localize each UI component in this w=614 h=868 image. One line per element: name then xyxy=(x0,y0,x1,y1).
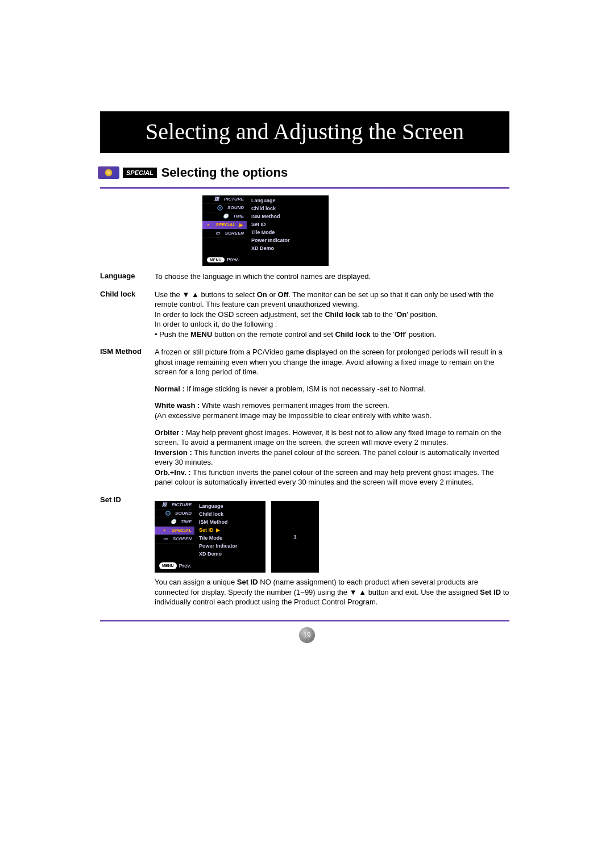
label-set-id: Set ID xyxy=(100,495,155,504)
down-arrow-icon: ▼ xyxy=(350,588,357,596)
text-set-id: 🖼PICTURE SOUND 🕑TIME ⭑SPECIAL ▭SCREEN La… xyxy=(155,495,509,607)
text-ism-method: A frozen or still picture from a PC/Vide… xyxy=(155,347,509,487)
osd-item: Language xyxy=(251,197,329,205)
osd-item: Power Indicator xyxy=(251,236,329,244)
up-arrow-icon: ▲ xyxy=(359,588,366,596)
special-icon: ⭑ xyxy=(203,222,213,228)
text-child-lock: Use the ▼ ▲ buttons to select On or Off.… xyxy=(155,290,509,340)
osd-item: Tile Mode xyxy=(251,228,329,236)
osd-item: ISM Method xyxy=(251,212,329,220)
time-icon: 🕑 xyxy=(221,213,231,220)
banner-title: Selecting and Adjusting the Screen xyxy=(100,111,509,153)
special-tag-label: SPECIAL xyxy=(123,168,157,178)
label-language: Language xyxy=(100,272,155,280)
osd-menu-screenshot-1: 🖼PICTURE SOUND 🕑TIME ⭑SPECIAL▶ ▭SCREEN L… xyxy=(202,195,329,266)
osd-set-id-value-box: 1 xyxy=(271,501,319,573)
picture-icon: 🖼 xyxy=(211,196,222,203)
svg-point-1 xyxy=(219,207,221,208)
menu-pill: MENU xyxy=(207,257,225,262)
time-icon: 🕑 xyxy=(168,519,179,525)
divider xyxy=(100,620,509,621)
osd-item: Set ID xyxy=(251,220,329,228)
screen-icon: ▭ xyxy=(213,230,223,237)
divider xyxy=(100,187,509,189)
label-ism-method: ISM Method xyxy=(100,347,155,356)
chevron-right-icon: ▶ xyxy=(215,527,221,533)
chevron-right-icon: ▶ xyxy=(238,221,244,229)
special-icon: ⭑ xyxy=(159,527,169,534)
osd-menu-screenshot-2: 🖼PICTURE SOUND 🕑TIME ⭑SPECIAL ▭SCREEN La… xyxy=(155,501,265,573)
osd-item: Child lock xyxy=(251,205,329,212)
sound-icon xyxy=(163,510,173,517)
down-arrow-icon: ▼ xyxy=(182,290,189,299)
page-number-badge: 19 xyxy=(299,627,315,643)
text-language: To choose the language in which the cont… xyxy=(155,272,509,282)
sound-icon xyxy=(215,205,225,211)
special-category-icon xyxy=(98,166,119,179)
picture-icon: 🖼 xyxy=(159,502,169,508)
subheading-title: Selecting the options xyxy=(161,165,288,180)
prev-label: Prev. xyxy=(227,257,239,262)
label-child-lock: Child lock xyxy=(100,290,155,298)
screen-icon: ▭ xyxy=(160,536,171,542)
svg-point-3 xyxy=(167,513,168,514)
osd-item: XD Demo xyxy=(251,244,329,252)
up-arrow-icon: ▲ xyxy=(192,290,199,299)
subheading: SPECIAL Selecting the options xyxy=(98,165,571,180)
